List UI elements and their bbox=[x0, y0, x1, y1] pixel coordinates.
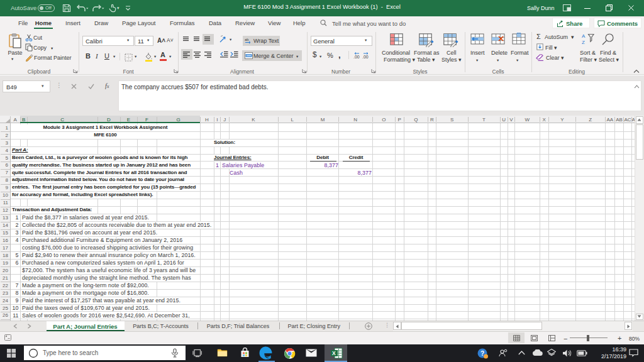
svg-text:X: X bbox=[332, 350, 336, 356]
svg-text:A: A bbox=[582, 33, 586, 39]
svg-text:.00: .00 bbox=[362, 55, 369, 59]
svg-text:Z: Z bbox=[582, 40, 585, 45]
svg-text:ab: ab bbox=[245, 38, 249, 41]
svg-text:?: ? bbox=[480, 349, 484, 356]
svg-text:.00: .00 bbox=[353, 55, 360, 59]
